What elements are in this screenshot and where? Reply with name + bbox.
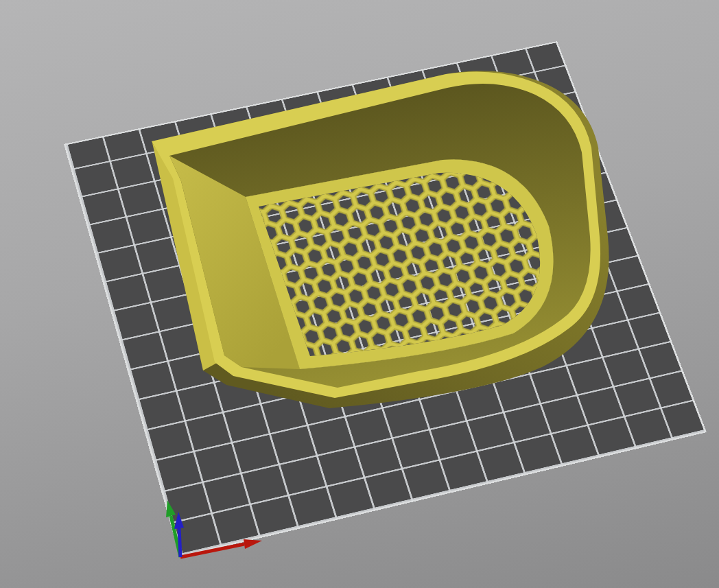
x-axis-arrow [180, 539, 262, 557]
3d-viewport[interactable] [0, 0, 719, 588]
tray-model[interactable] [152, 71, 609, 408]
y-axis-head [166, 500, 176, 517]
x-axis-head [244, 539, 262, 549]
axis-gizmo [166, 500, 262, 557]
z-axis-shaft [179, 528, 180, 557]
z-axis-head [174, 512, 184, 529]
x-axis-shaft [180, 544, 244, 557]
scene-overlay [0, 0, 719, 588]
